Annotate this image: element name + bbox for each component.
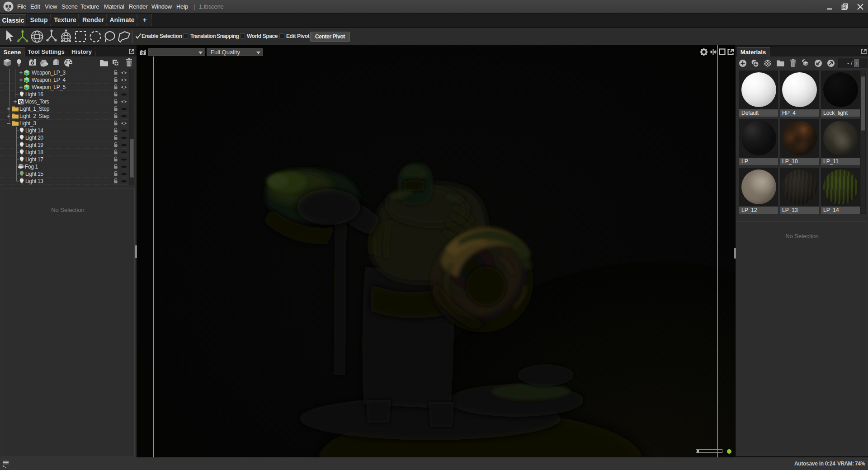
svg-text:- /: - / [847,60,853,66]
svg-text:+: + [855,60,859,66]
